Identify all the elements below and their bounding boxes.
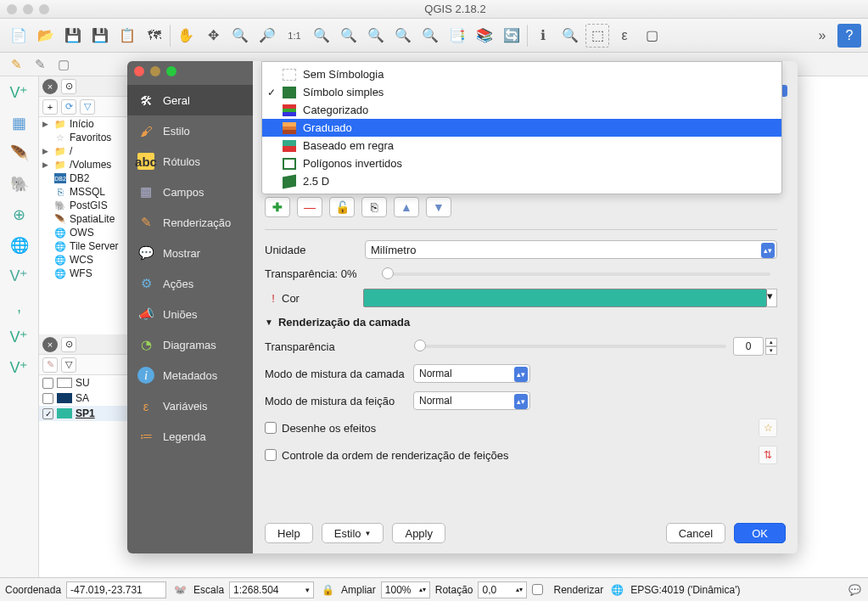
dialog-zoom-icon[interactable] (166, 66, 176, 76)
add-postgis-icon[interactable]: 🐘 (8, 173, 31, 195)
bookmarks-icon[interactable]: 📚 (473, 24, 496, 48)
new-bookmark-icon[interactable]: 📑 (445, 24, 469, 48)
symbology-type-dropdown[interactable]: Sem Símbologia ✓Símbolo simples Categori… (261, 61, 782, 194)
pan-to-selection-icon[interactable]: ✥ (201, 24, 225, 48)
layer-rendering-header[interactable]: ▼ Renderização da camada (265, 316, 777, 329)
unit-select[interactable]: Milímetro ▴▾ (365, 240, 777, 259)
crs-label[interactable]: EPSG:4019 ('Dinâmica') (630, 584, 740, 596)
zoom-native-icon[interactable]: 1:1 (283, 24, 306, 48)
sidebar-item-geral[interactable]: 🛠Geral (127, 85, 253, 115)
dropdown-item-none[interactable]: Sem Símbologia (262, 65, 781, 83)
refresh-browser-icon[interactable]: ⟳ (61, 99, 76, 115)
sidebar-item-legenda[interactable]: ≔Legenda (127, 421, 253, 452)
style-button[interactable]: Estilo▼ (322, 523, 384, 543)
panel-collapse-icon[interactable]: ⊙ (61, 337, 76, 352)
add-icon[interactable]: + (42, 99, 58, 115)
transparency-slider[interactable] (382, 272, 770, 276)
save-as-icon[interactable]: 💾 (88, 24, 112, 48)
layer-transp-value[interactable]: 0 (733, 337, 764, 356)
close-window-icon[interactable] (7, 4, 17, 14)
new-shapefile-icon[interactable]: V⁺ (8, 357, 31, 379)
dropdown-item-graduated[interactable]: Graduado (262, 119, 781, 137)
remove-symbol-button[interactable]: — (297, 197, 322, 217)
zoom-last-icon[interactable]: 🔍 (391, 24, 415, 48)
dropdown-item-categorized[interactable]: Categorizado (262, 101, 781, 119)
move-up-button[interactable]: ▲ (394, 197, 419, 217)
sidebar-item-metadados[interactable]: iMetadados (127, 360, 253, 390)
new-layer-icon[interactable]: 📋 (115, 24, 139, 48)
new-project-icon[interactable]: 📄 (7, 24, 31, 48)
pan-icon[interactable]: ✋ (174, 24, 198, 48)
sidebar-item-diagramas[interactable]: ◔Diagramas (127, 329, 253, 360)
add-raster-icon[interactable]: ▦ (8, 112, 31, 134)
color-picker[interactable] (363, 289, 767, 307)
feature-order-checkbox[interactable] (265, 449, 277, 461)
sidebar-item-rotulos[interactable]: abcRótulos (127, 146, 253, 177)
coord-value[interactable]: -47.019,-23.731 (66, 581, 166, 598)
help-icon[interactable]: ? (837, 24, 861, 48)
refresh-icon[interactable]: 🔄 (500, 24, 524, 48)
tree-item[interactable]: / (70, 145, 72, 157)
tree-item[interactable]: MSSQL (70, 186, 105, 198)
toggle-editing-icon[interactable]: ▢ (54, 55, 73, 74)
zoom-window-icon[interactable] (39, 4, 49, 14)
color-dropdown-button[interactable]: ▾ (767, 289, 777, 307)
apply-button[interactable]: Apply (392, 523, 445, 543)
open-project-icon[interactable]: 📂 (34, 24, 58, 48)
tree-item[interactable]: WFS (70, 267, 92, 279)
render-checkbox[interactable] (532, 584, 543, 595)
move-down-button[interactable]: ▼ (426, 197, 451, 217)
zoom-next-icon[interactable]: 🔍 (418, 24, 442, 48)
lock-scale-icon[interactable]: 🔒 (319, 581, 336, 598)
select-expr-icon[interactable]: ▢ (640, 24, 664, 48)
add-virtual-icon[interactable]: V⁺ (8, 326, 31, 348)
lock-symbol-button[interactable]: 🔓 (329, 197, 355, 217)
rotation-value[interactable]: 0,0▴▾ (478, 581, 527, 598)
minimize-window-icon[interactable] (23, 4, 33, 14)
zoom-in-icon[interactable]: 🔍 (228, 24, 252, 48)
edit-pencil-icon[interactable]: ✎ (7, 55, 25, 74)
add-wfs-icon[interactable]: V⁺ (8, 265, 31, 287)
mouse-extents-icon[interactable]: 🐭 (171, 581, 188, 598)
sidebar-item-mostrar[interactable]: 💬Mostrar (127, 238, 253, 268)
add-csv-icon[interactable]: , (8, 295, 31, 317)
tree-item[interactable]: WCS (70, 254, 93, 266)
sidebar-item-campos[interactable]: ▦Campos (127, 177, 253, 207)
tree-item[interactable]: PostGIS (70, 199, 108, 211)
tree-item[interactable]: Início (70, 118, 94, 130)
dialog-close-icon[interactable] (134, 66, 144, 76)
spinner-buttons[interactable]: ▴▾ (765, 338, 777, 355)
select-icon[interactable]: 🔍 (558, 24, 582, 48)
add-wms-icon[interactable]: ⊕ (8, 204, 31, 226)
layer-filter-icon[interactable]: ▽ (61, 357, 76, 373)
ok-button[interactable]: OK (734, 523, 786, 543)
dropdown-item-rule[interactable]: Baseado em regra (262, 137, 781, 154)
sidebar-item-acoes[interactable]: ⚙Ações (127, 268, 253, 299)
scale-value[interactable]: 1:268.504▾ (229, 581, 314, 598)
identify-icon[interactable]: ℹ (531, 24, 555, 48)
sidebar-item-estilo[interactable]: 🖌Estilo (127, 115, 253, 146)
filter-icon[interactable]: ▽ (80, 99, 95, 115)
zoom-layer-icon[interactable]: 🔍 (364, 24, 388, 48)
add-spatialite-icon[interactable]: 🪶 (8, 143, 31, 165)
panel-collapse-icon[interactable]: ⊙ (61, 79, 76, 94)
tree-item[interactable]: /Volumes (70, 159, 111, 171)
tree-item[interactable]: DB2 (70, 172, 89, 184)
effects-config-button[interactable]: ☆ (759, 418, 777, 437)
blend-layer-select[interactable]: Normal▴▾ (413, 364, 530, 383)
tree-item[interactable]: Favoritos (70, 132, 111, 143)
sidebar-item-renderizacao[interactable]: ✎Renderização (127, 207, 253, 238)
add-vector-icon[interactable]: V⁺ (8, 81, 31, 104)
crs-icon[interactable]: 🌐 (608, 581, 625, 598)
tree-item[interactable]: OWS (70, 227, 94, 239)
dropdown-item-single[interactable]: ✓Símbolo simples (262, 83, 781, 101)
sidebar-item-variaveis[interactable]: εVariáveis (127, 390, 253, 421)
layer-style-icon[interactable]: ✎ (42, 357, 58, 373)
magnifier-value[interactable]: 100%▴▾ (381, 581, 430, 598)
add-wcs-icon[interactable]: 🌐 (8, 234, 31, 256)
overflow-icon[interactable]: » (810, 24, 834, 48)
tree-item[interactable]: SpatiaLite (70, 213, 115, 225)
zoom-out-icon[interactable]: 🔎 (255, 24, 279, 48)
dropdown-item-25d[interactable]: 2.5 D (262, 172, 781, 190)
messages-icon[interactable]: 💬 (846, 581, 863, 598)
